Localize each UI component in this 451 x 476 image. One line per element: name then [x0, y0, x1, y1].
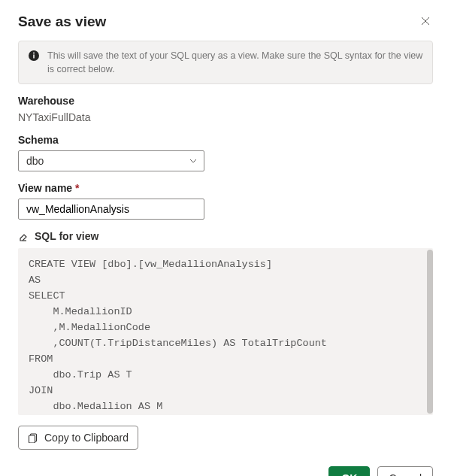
svg-rect-4 [29, 435, 35, 443]
view-name-label-text: View name [18, 182, 72, 194]
sql-code-text: CREATE VIEW [dbo].[vw_MedallionAnalysis]… [29, 259, 327, 411]
warehouse-label: Warehouse [18, 95, 433, 107]
view-name-label: View name * [18, 182, 433, 194]
view-name-field: View name * [18, 182, 433, 220]
svg-rect-1 [33, 55, 35, 59]
dialog-header: Save as view [18, 14, 433, 30]
copy-button-label: Copy to Clipboard [44, 432, 129, 444]
close-icon [421, 17, 430, 26]
footer-top: Copy to Clipboard [18, 426, 433, 450]
chevron-down-icon [189, 156, 198, 165]
schema-select[interactable]: dbo [18, 150, 204, 171]
required-marker: * [75, 182, 79, 194]
info-text: This will save the text of your SQL quer… [47, 49, 423, 76]
close-button[interactable] [418, 14, 433, 30]
schema-field: Schema dbo [18, 134, 433, 171]
schema-label: Schema [18, 134, 433, 146]
info-banner: This will save the text of your SQL quer… [18, 41, 433, 84]
copy-to-clipboard-button[interactable]: Copy to Clipboard [18, 426, 138, 450]
view-name-input[interactable] [18, 199, 204, 220]
cancel-button[interactable]: Cancel [377, 466, 433, 476]
warehouse-value: NYTaxiFullData [18, 111, 433, 123]
sql-section: SQL for view CREATE VIEW [dbo].[vw_Medal… [18, 230, 433, 415]
warehouse-field: Warehouse NYTaxiFullData [18, 95, 433, 123]
sql-code-box[interactable]: CREATE VIEW [dbo].[vw_MedallionAnalysis]… [18, 248, 433, 415]
svg-point-2 [33, 53, 35, 54]
sql-header: SQL for view [18, 230, 433, 242]
schema-selected-value: dbo [26, 155, 44, 167]
clipboard-icon [28, 432, 38, 443]
ok-button[interactable]: OK [328, 466, 370, 476]
scrollbar[interactable] [427, 250, 433, 414]
info-icon [28, 50, 40, 62]
footer-actions: OK Cancel [18, 466, 433, 476]
eraser-icon [18, 231, 29, 241]
sql-label: SQL for view [35, 230, 98, 242]
dialog-title: Save as view [18, 14, 106, 30]
